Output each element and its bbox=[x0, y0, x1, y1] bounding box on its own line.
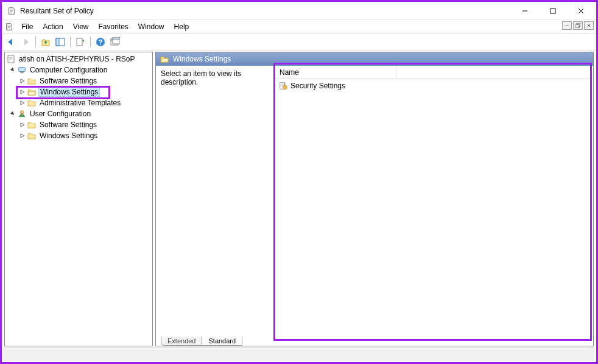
tree-uc-windows[interactable]: Windows Settings bbox=[5, 130, 152, 141]
help-button[interactable]: ? bbox=[94, 35, 107, 49]
maximize-button[interactable] bbox=[539, 2, 567, 20]
forward-button[interactable] bbox=[19, 35, 32, 49]
tree-label: Computer Configuration bbox=[29, 66, 108, 74]
tree-label: Administrative Templates bbox=[38, 99, 122, 107]
svg-rect-15 bbox=[113, 38, 120, 40]
mdi-restore-button[interactable] bbox=[573, 21, 583, 30]
svg-rect-8 bbox=[56, 38, 59, 46]
tree-pane[interactable]: atish on ATISH-ZEPHYRUS - RSoP Computer … bbox=[4, 52, 153, 346]
menu-help[interactable]: Help bbox=[169, 21, 194, 32]
window-title: Resultant Set of Policy bbox=[20, 7, 511, 15]
titlebar: Resultant Set of Policy bbox=[2, 2, 596, 20]
tree-label: Windows Settings bbox=[38, 131, 99, 140]
column-name[interactable]: Name bbox=[275, 66, 396, 79]
mdi-controls: – × bbox=[562, 21, 594, 30]
expand-icon[interactable] bbox=[18, 121, 27, 129]
statusbar bbox=[4, 348, 594, 361]
list-items: Security Settings bbox=[275, 79, 593, 93]
svg-rect-9 bbox=[77, 38, 82, 46]
toolbar-separator bbox=[70, 37, 71, 47]
svg-rect-1 bbox=[551, 9, 555, 13]
detail-header-text: Windows Settings bbox=[173, 55, 231, 63]
list-header: Name bbox=[275, 66, 593, 79]
tree-user-config[interactable]: User Configuration bbox=[5, 108, 152, 119]
show-hide-tree-button[interactable] bbox=[54, 35, 67, 49]
folder-open-icon bbox=[27, 87, 37, 97]
tree-computer-config[interactable]: Computer Configuration bbox=[5, 65, 152, 75]
expand-icon[interactable] bbox=[18, 99, 27, 107]
menu-window[interactable]: Window bbox=[133, 21, 169, 32]
collapse-icon[interactable] bbox=[9, 110, 17, 118]
svg-point-19 bbox=[20, 111, 23, 114]
tree-label: Windows Settings bbox=[38, 87, 100, 97]
tree-label: Software Settings bbox=[38, 77, 98, 85]
tree-cc-windows[interactable]: Windows Settings bbox=[5, 86, 152, 97]
toolbar-separator bbox=[90, 37, 91, 47]
content-area: atish on ATISH-ZEPHYRUS - RSoP Computer … bbox=[2, 51, 596, 348]
new-window-button[interactable] bbox=[108, 35, 122, 49]
tree-root-label: atish on ATISH-ZEPHYRUS - RSoP bbox=[18, 55, 136, 63]
folder-open-icon bbox=[160, 54, 169, 64]
mdi-close-button[interactable]: × bbox=[584, 21, 594, 30]
detail-body: Select an item to view its description. … bbox=[156, 66, 593, 334]
menu-view[interactable]: View bbox=[68, 21, 94, 32]
menu-file[interactable]: File bbox=[16, 21, 38, 32]
collapse-icon[interactable] bbox=[9, 66, 17, 74]
tree-cc-admin[interactable]: Administrative Templates bbox=[5, 97, 152, 108]
description-prompt: Select an item to view its description. bbox=[161, 69, 241, 86]
tab-standard[interactable]: Standard bbox=[202, 337, 242, 346]
security-settings-icon bbox=[278, 81, 288, 91]
app-window: Resultant Set of Policy File Action View… bbox=[0, 0, 598, 364]
list-item[interactable]: Security Settings bbox=[275, 80, 593, 91]
tree-root[interactable]: atish on ATISH-ZEPHYRUS - RSoP bbox=[5, 54, 152, 65]
list-item-label: Security Settings bbox=[290, 82, 345, 90]
toolbar: ? bbox=[2, 33, 596, 51]
svg-text:?: ? bbox=[99, 38, 103, 46]
menu-action[interactable]: Action bbox=[38, 21, 68, 32]
svg-rect-16 bbox=[8, 55, 14, 63]
description-column: Select an item to view its description. bbox=[156, 66, 274, 334]
svg-rect-18 bbox=[20, 72, 23, 74]
app-icon bbox=[7, 6, 16, 16]
window-controls bbox=[511, 2, 595, 20]
detail-pane: Windows Settings Select an item to view … bbox=[155, 52, 594, 346]
document-icon bbox=[6, 54, 16, 64]
close-button[interactable] bbox=[567, 2, 595, 20]
detail-header: Windows Settings bbox=[156, 52, 593, 66]
toolbar-separator bbox=[35, 37, 36, 47]
mdi-minimize-button[interactable]: – bbox=[562, 21, 572, 30]
svg-rect-5 bbox=[575, 24, 579, 28]
menubar: File Action View Favorites Window Help –… bbox=[2, 20, 596, 33]
export-list-button[interactable] bbox=[74, 35, 87, 49]
tree-label: User Configuration bbox=[29, 110, 92, 118]
svg-rect-17 bbox=[19, 68, 26, 72]
menu-favorites[interactable]: Favorites bbox=[94, 21, 133, 32]
expand-icon[interactable] bbox=[18, 77, 27, 85]
tab-extended[interactable]: Extended bbox=[161, 337, 202, 346]
tree-cc-software[interactable]: Software Settings bbox=[5, 75, 152, 86]
folder-icon bbox=[27, 76, 37, 86]
folder-icon bbox=[27, 120, 37, 130]
tree-label: Software Settings bbox=[38, 121, 98, 129]
expand-icon[interactable] bbox=[18, 131, 27, 140]
svg-rect-21 bbox=[283, 86, 287, 89]
list-column[interactable]: Name Security Settings bbox=[274, 66, 593, 334]
computer-icon bbox=[17, 65, 27, 75]
up-button[interactable] bbox=[39, 35, 52, 49]
tree-uc-software[interactable]: Software Settings bbox=[5, 119, 152, 130]
expand-icon[interactable] bbox=[18, 88, 27, 96]
menubar-app-icon bbox=[4, 22, 14, 32]
user-icon bbox=[17, 109, 27, 119]
back-button[interactable] bbox=[4, 35, 18, 49]
tab-strip: Extended Standard bbox=[156, 334, 593, 346]
minimize-button[interactable] bbox=[511, 2, 539, 20]
folder-icon bbox=[27, 98, 37, 108]
folder-icon bbox=[27, 131, 37, 141]
